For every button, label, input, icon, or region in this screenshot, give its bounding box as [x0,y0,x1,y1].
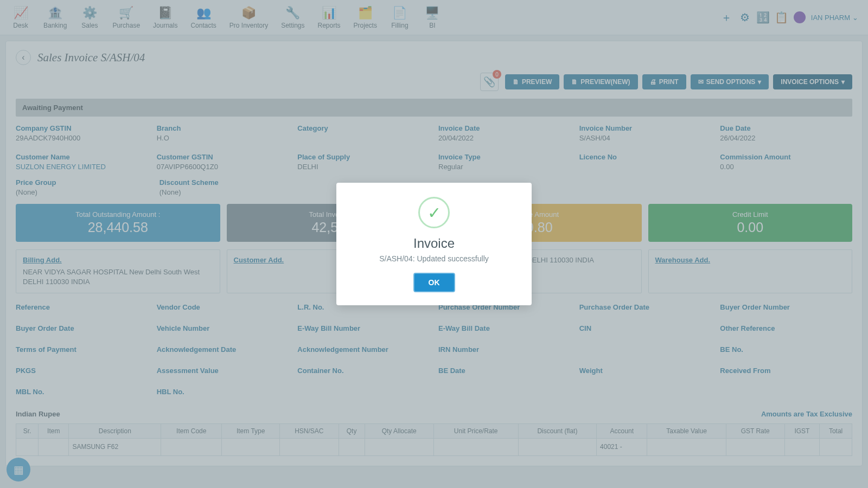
success-modal: ✓ Invoice S/ASH/04: Updated successfully… [336,183,532,305]
ok-button[interactable]: OK [413,273,455,292]
modal-message: S/ASH/04: Updated successfully [349,254,519,263]
modal-title: Invoice [349,236,519,251]
check-circle-icon: ✓ [418,197,450,228]
modal-overlay: ✓ Invoice S/ASH/04: Updated successfully… [0,0,868,472]
